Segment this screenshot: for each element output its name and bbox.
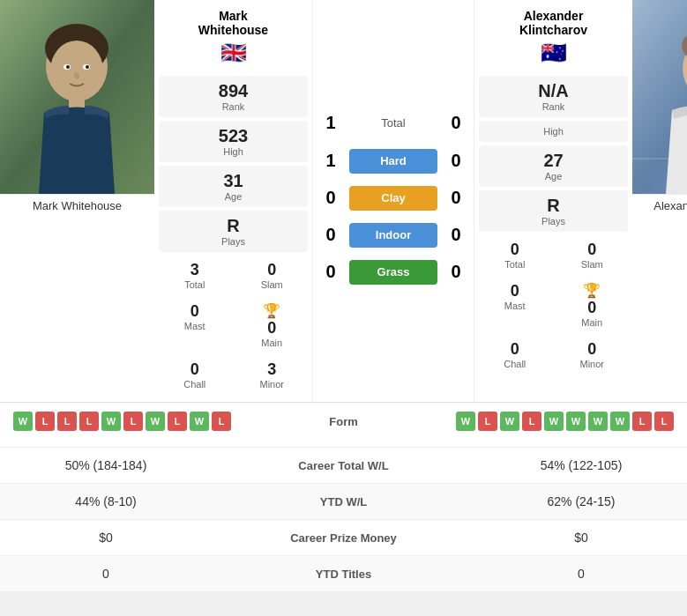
total-right: 0 bbox=[443, 113, 469, 133]
left-slam: 0 Slam bbox=[236, 257, 309, 293]
hard-left: 1 bbox=[317, 151, 344, 171]
hard-row: 1 Hard 0 bbox=[317, 149, 469, 174]
form-badge-l: L bbox=[212, 412, 231, 431]
career-total-wl-row: 50% (184-184) Career Total W/L 54% (122-… bbox=[0, 447, 687, 483]
form-badge-l: L bbox=[478, 412, 497, 431]
grass-button[interactable]: Grass bbox=[349, 260, 437, 285]
form-badge-w: W bbox=[190, 412, 209, 431]
form-badge-w: W bbox=[146, 412, 165, 431]
right-slam: 0 Slam bbox=[556, 237, 629, 273]
left-high-label: High bbox=[161, 146, 306, 157]
career-total-wl-left: 50% (184-184) bbox=[18, 458, 194, 472]
total-left: 1 bbox=[317, 113, 344, 133]
left-age-label: Age bbox=[161, 191, 306, 202]
left-player-name: Mark Whitehouse bbox=[198, 9, 268, 37]
left-total: 3 Total bbox=[159, 257, 231, 293]
left-minor: 3 Minor bbox=[236, 357, 309, 393]
left-age-value: 31 bbox=[161, 171, 306, 191]
left-player-photo bbox=[0, 0, 154, 194]
player-comparison: Mark Whitehouse Mark Whitehouse 🇬🇧 894 R… bbox=[0, 0, 687, 402]
left-flag: 🇬🇧 bbox=[220, 41, 247, 65]
right-chall: 0 Chall bbox=[479, 337, 551, 373]
left-player-name-display: Mark Whitehouse bbox=[33, 199, 122, 212]
grass-right: 0 bbox=[443, 262, 469, 282]
prize-money-label: Career Prize Money bbox=[194, 531, 493, 545]
ytd-wl-label: YTD W/L bbox=[194, 495, 493, 508]
clay-row: 0 Clay 0 bbox=[317, 186, 469, 211]
form-badge-w: W bbox=[101, 412, 121, 431]
form-badge-l: L bbox=[79, 412, 99, 431]
form-badge-w: W bbox=[13, 412, 33, 431]
center-scores: 1 Total 0 1 Hard 0 0 Clay 0 bbox=[313, 0, 474, 402]
left-rank-block: 894 Rank bbox=[159, 76, 308, 117]
form-badge-l: L bbox=[57, 412, 77, 431]
left-player-name-bar: Mark Whitehouse bbox=[0, 194, 154, 217]
right-player-stats: Alexander Klintcharov 🇦🇺 N/A Rank High 2… bbox=[474, 0, 632, 402]
left-player-stats: Mark Whitehouse 🇬🇧 894 Rank 523 High 31 … bbox=[154, 0, 313, 402]
right-form-badges: WLWLWWWWLL bbox=[456, 412, 674, 431]
prize-money-left: $0 bbox=[18, 531, 194, 545]
ytd-wl-left: 44% (8-10) bbox=[18, 494, 194, 508]
right-rank-block: N/A Rank bbox=[479, 76, 628, 117]
right-rank-label: Rank bbox=[481, 101, 626, 112]
left-player-block: Mark Whitehouse bbox=[0, 0, 154, 402]
right-plays-label: Plays bbox=[481, 216, 626, 226]
form-badge-l: L bbox=[522, 412, 541, 431]
right-main: 🏆 0 Main bbox=[556, 278, 629, 331]
left-mast: 0 Mast bbox=[159, 299, 231, 352]
total-row: 1 Total 0 bbox=[317, 113, 469, 133]
left-plays-block: R Plays bbox=[159, 211, 308, 252]
svg-point-8 bbox=[86, 65, 89, 69]
right-trophy-icon: 🏆 bbox=[583, 283, 601, 298]
right-high-label: High bbox=[481, 126, 626, 137]
form-badge-w: W bbox=[544, 412, 564, 431]
hard-right: 0 bbox=[443, 151, 469, 171]
form-badge-w: W bbox=[456, 412, 475, 431]
form-badge-l: L bbox=[168, 412, 187, 431]
form-badge-l: L bbox=[123, 412, 143, 431]
stats-section: 50% (184-184) Career Total W/L 54% (122-… bbox=[0, 447, 687, 591]
left-stats-grid: 3 Total 0 Slam 0 Mast 🏆 0 Main 0 bbox=[159, 257, 308, 393]
left-age-block: 31 Age bbox=[159, 166, 308, 207]
right-rank-value: N/A bbox=[481, 81, 626, 101]
indoor-button[interactable]: Indoor bbox=[349, 223, 437, 248]
right-flag: 🇦🇺 bbox=[541, 41, 567, 65]
right-plays-block: R Plays bbox=[479, 190, 628, 232]
right-age-value: 27 bbox=[481, 151, 626, 171]
clay-left: 0 bbox=[317, 188, 344, 208]
right-player-name: Alexander Klintcharov bbox=[519, 9, 587, 37]
career-total-wl-label: Career Total W/L bbox=[194, 459, 493, 472]
right-mast: 0 Mast bbox=[479, 278, 551, 331]
form-badge-l: L bbox=[35, 412, 55, 431]
ytd-wl-right: 62% (24-15) bbox=[493, 494, 669, 508]
left-plays-value: R bbox=[161, 216, 306, 236]
grass-row: 0 Grass 0 bbox=[317, 260, 469, 285]
left-rank-label: Rank bbox=[161, 101, 306, 112]
grass-left: 0 bbox=[317, 262, 344, 282]
form-section: WLLLWLWLWL Form WLWLWWWWLL bbox=[0, 402, 687, 447]
left-trophy-icon: 🏆 bbox=[263, 303, 280, 318]
form-badge-w: W bbox=[610, 412, 630, 431]
left-chall: 0 Chall bbox=[159, 357, 231, 393]
clay-button[interactable]: Clay bbox=[349, 186, 437, 211]
hard-button[interactable]: Hard bbox=[349, 149, 437, 174]
left-rank-value: 894 bbox=[161, 81, 306, 101]
career-total-wl-right: 54% (122-105) bbox=[493, 458, 669, 472]
right-plays-value: R bbox=[481, 196, 626, 216]
ytd-titles-row: 0 YTD Titles 0 bbox=[0, 555, 687, 591]
ytd-titles-label: YTD Titles bbox=[194, 568, 493, 581]
form-badge-l: L bbox=[632, 412, 652, 431]
svg-point-9 bbox=[74, 72, 79, 79]
right-minor: 0 Minor bbox=[556, 337, 629, 373]
left-high-value: 523 bbox=[161, 126, 306, 146]
right-player-name-display: Alexander Klintcharov bbox=[653, 199, 687, 212]
indoor-left: 0 bbox=[317, 225, 344, 245]
prize-money-right: $0 bbox=[493, 531, 669, 545]
form-badge-l: L bbox=[654, 412, 674, 431]
left-plays-label: Plays bbox=[161, 236, 306, 247]
right-age-label: Age bbox=[481, 171, 626, 182]
form-label: Form bbox=[300, 415, 388, 428]
indoor-row: 0 Indoor 0 bbox=[317, 223, 469, 248]
right-player-name-bar: Alexander Klintcharov bbox=[632, 194, 687, 217]
prize-money-row: $0 Career Prize Money $0 bbox=[0, 519, 687, 555]
